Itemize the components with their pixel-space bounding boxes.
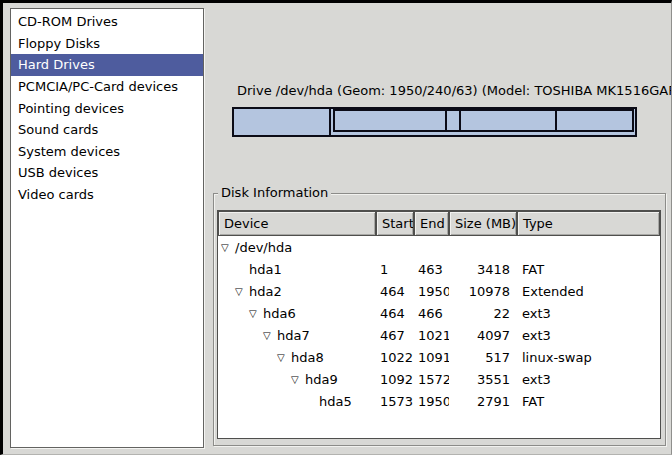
expander-triangle-icon[interactable]: ▽	[235, 286, 249, 297]
cell-start: 464	[376, 280, 414, 302]
sidebar-item-label: USB devices	[18, 165, 98, 180]
sidebar-item-hard-drives[interactable]: Hard Drives	[11, 54, 203, 76]
partition-segment-hda1	[234, 109, 329, 135]
cell-device: ▽/dev/hda	[218, 236, 376, 258]
column-header-end[interactable]: End	[414, 211, 449, 236]
sidebar-item-sound-cards[interactable]: Sound cards	[11, 119, 203, 141]
cell-type: ext3	[517, 302, 660, 324]
device-name: hda5	[319, 394, 352, 409]
sidebar-item-label: Hard Drives	[18, 57, 95, 72]
sidebar-item-label: System devices	[18, 144, 120, 159]
cell-end: 1950	[414, 390, 449, 412]
device-name: hda9	[305, 372, 338, 387]
table-row-hda2[interactable]: ▽hda2464195010978Extended	[218, 280, 660, 302]
partition-bar	[232, 107, 637, 137]
cell-start: 1573	[376, 390, 414, 412]
expander-triangle-icon[interactable]: ▽	[221, 242, 235, 253]
cell-device: hda5	[218, 390, 376, 412]
cell-size: 10978	[449, 280, 517, 302]
table-header-row: DeviceStartEndSize (MB)Type	[218, 211, 660, 236]
cell-device: ▽hda9	[218, 368, 376, 390]
cell-type: ext3	[517, 324, 660, 346]
table-row-dev-hda[interactable]: ▽/dev/hda	[218, 236, 660, 258]
cell-size: 4097	[449, 324, 517, 346]
table-row-hda1[interactable]: hda114633418FAT	[218, 258, 660, 280]
column-header-label: Size (MB)	[455, 216, 516, 231]
device-name: hda8	[291, 350, 324, 365]
sidebar-item-floppy-disks[interactable]: Floppy Disks	[11, 33, 203, 55]
device-category-list: CD-ROM DrivesFloppy DisksHard DrivesPCMC…	[10, 8, 204, 448]
cell-device: ▽hda2	[218, 280, 376, 302]
cell-type: FAT	[517, 390, 660, 412]
expander-triangle-icon[interactable]: ▽	[277, 352, 291, 363]
cell-size: 3418	[449, 258, 517, 280]
partition-extended-hda2	[333, 109, 634, 132]
table-row-hda5[interactable]: hda5157319502791FAT	[218, 390, 660, 412]
cell-type: linux-swap	[517, 346, 660, 368]
device-name: hda6	[263, 306, 296, 321]
cell-size: 517	[449, 346, 517, 368]
sidebar-item-system-devices[interactable]: System devices	[11, 141, 203, 163]
cell-device: ▽hda6	[218, 302, 376, 324]
table-row-hda6[interactable]: ▽hda646446622ext3	[218, 302, 660, 324]
cell-device: ▽hda7	[218, 324, 376, 346]
partition-segment-hda8	[447, 111, 461, 130]
column-header-size-mb[interactable]: Size (MB)	[449, 211, 517, 236]
device-name: hda1	[249, 262, 282, 277]
cell-type	[517, 236, 660, 258]
cell-type: ext3	[517, 368, 660, 390]
sidebar-item-video-cards[interactable]: Video cards	[11, 184, 203, 206]
table-row-hda7[interactable]: ▽hda746710214097ext3	[218, 324, 660, 346]
disk-information-groupbox: Disk Information DeviceStartEndSize (MB)…	[213, 193, 666, 446]
cell-end: 1021	[414, 324, 449, 346]
column-header-type[interactable]: Type	[517, 211, 660, 236]
cell-end: 1091	[414, 346, 449, 368]
cell-size	[449, 236, 517, 258]
sidebar-item-label: PCMCIA/PC-Card devices	[18, 79, 178, 94]
sidebar-item-pointing-devices[interactable]: Pointing devices	[11, 97, 203, 119]
cell-start: 464	[376, 302, 414, 324]
cell-type: Extended	[517, 280, 660, 302]
cell-end: 1950	[414, 280, 449, 302]
cell-start: 1	[376, 258, 414, 280]
partition-segment-hda5	[557, 111, 632, 130]
cell-size: 22	[449, 302, 517, 324]
cell-end	[414, 236, 449, 258]
column-header-label: Type	[523, 216, 553, 231]
sidebar-item-label: Pointing devices	[18, 101, 124, 116]
table-row-hda9[interactable]: ▽hda9109215723551ext3	[218, 368, 660, 390]
sidebar-item-label: Sound cards	[18, 122, 98, 137]
sidebar-item-label: CD-ROM Drives	[18, 14, 118, 29]
sidebar-item-cd-rom-drives[interactable]: CD-ROM Drives	[11, 11, 203, 33]
device-name: hda7	[277, 328, 310, 343]
expander-triangle-icon[interactable]: ▽	[291, 374, 305, 385]
table-body: ▽/dev/hdahda114633418FAT▽hda246419501097…	[218, 236, 660, 412]
hardware-browser-window: CD-ROM DrivesFloppy DisksHard DrivesPCMC…	[0, 0, 672, 455]
cell-end: 463	[414, 258, 449, 280]
partition-segment-hda9	[461, 111, 557, 130]
column-header-start[interactable]: Start	[376, 211, 414, 236]
cell-start: 1092	[376, 368, 414, 390]
disk-information-table: DeviceStartEndSize (MB)Type ▽/dev/hdahda…	[217, 210, 661, 439]
column-header-device[interactable]: Device	[218, 211, 376, 236]
expander-triangle-icon[interactable]: ▽	[263, 330, 277, 341]
sidebar-item-label: Video cards	[18, 187, 94, 202]
cell-device: ▽hda8	[218, 346, 376, 368]
cell-device: hda1	[218, 258, 376, 280]
cell-end: 1572	[414, 368, 449, 390]
drive-info-label: Drive /dev/hda (Geom: 1950/240/63) (Mode…	[237, 83, 672, 98]
table-row-hda8[interactable]: ▽hda810221091517linux-swap	[218, 346, 660, 368]
sidebar-item-label: Floppy Disks	[18, 36, 100, 51]
sidebar-item-usb-devices[interactable]: USB devices	[11, 162, 203, 184]
device-name: hda2	[249, 284, 282, 299]
cell-size: 3551	[449, 368, 517, 390]
expander-triangle-icon[interactable]: ▽	[249, 308, 263, 319]
cell-size: 2791	[449, 390, 517, 412]
column-header-label: End	[420, 216, 445, 231]
cell-type: FAT	[517, 258, 660, 280]
sidebar-item-pcmcia-pc-card-devices[interactable]: PCMCIA/PC-Card devices	[11, 76, 203, 98]
cell-start: 467	[376, 324, 414, 346]
cell-start: 1022	[376, 346, 414, 368]
partition-divider-hda1	[329, 109, 331, 135]
cell-start	[376, 236, 414, 258]
